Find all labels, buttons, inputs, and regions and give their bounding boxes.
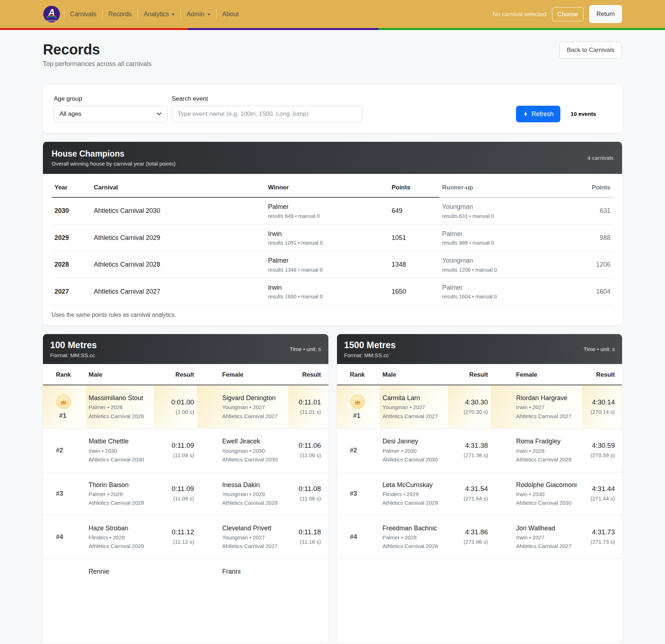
male-result-cell-seconds-text: (1.00 s) bbox=[176, 408, 194, 416]
rank-label: #2 bbox=[350, 447, 377, 454]
age-group-select[interactable]: All ages bbox=[54, 106, 167, 122]
runner-up-cell: Palmerresults 988 • manual 0 bbox=[439, 224, 563, 251]
female-cell-house-year: Irwin • 2028 bbox=[516, 447, 579, 455]
refresh-button[interactable]: Refresh bbox=[516, 106, 560, 122]
female-cell-house-year: Youngman • 2029 bbox=[222, 490, 285, 499]
nav-item-records[interactable]: Records bbox=[102, 9, 137, 19]
col-rank: Rank bbox=[337, 364, 380, 385]
female-cell-carnival: Ahtletics Carnival 2027 bbox=[516, 412, 579, 421]
house-champions-subtitle: Overall winning house by carnival year (… bbox=[52, 161, 176, 167]
runner-up-points: 988 bbox=[563, 224, 613, 251]
nav-item-admin[interactable]: Admin bbox=[180, 9, 216, 19]
year-cell: 2029 bbox=[52, 224, 91, 251]
male-cell-name: Mattie Chettle bbox=[89, 437, 152, 446]
female-result-cell-seconds-text: (271.44 s) bbox=[590, 495, 615, 503]
male-result-cell-seconds-text: (271.86 s) bbox=[464, 538, 488, 546]
winner-name: Palmer bbox=[268, 257, 386, 265]
male-result-cell-seconds: (11.09 s) bbox=[157, 451, 194, 459]
winner-name: Irwin bbox=[268, 230, 386, 238]
male-cell-carnival: Ahtletics Carnival 2030 bbox=[89, 456, 152, 464]
nav-item-about[interactable]: About bbox=[216, 9, 245, 19]
page-subtitle: Top performances across all carnivals bbox=[43, 60, 152, 68]
winner-points: 1051 bbox=[389, 224, 439, 251]
winner-cell: Irwinresults 1051 • manual 0 bbox=[265, 224, 389, 251]
col-result: Result bbox=[154, 364, 197, 385]
house-champions-header: House Champions Overall winning house by… bbox=[43, 142, 622, 174]
winner-points: 649 bbox=[389, 197, 439, 224]
male-result-cell-value: 0:11.12 bbox=[157, 528, 194, 536]
nav-item-label: Admin bbox=[187, 10, 205, 18]
refresh-button-label: Refresh bbox=[531, 110, 554, 118]
female-cell-name: Jori Wallhead bbox=[516, 523, 579, 533]
event-record-row: #1Massimiliano StoutPalmer • 2026Athleti… bbox=[43, 385, 328, 429]
rank-cell: #1 bbox=[337, 385, 380, 429]
event-card-header-text: 1500 MetresFormat: MM:SS.cc bbox=[344, 340, 396, 358]
rank-label: #3 bbox=[56, 490, 83, 498]
event-record-row: #3Thorin BaisonPalmer • 2028Athletics Ca… bbox=[43, 472, 328, 515]
male-cell: Carmita LarnYoungman • 2027Ahtletics Car… bbox=[380, 385, 448, 429]
brand-logo[interactable]: A AthletiTrack bbox=[43, 5, 60, 23]
house-row: 2030Ahtletics Carnival 2030Palmerresults… bbox=[52, 197, 613, 224]
caret-down-icon bbox=[172, 14, 175, 16]
rank-label: #1 bbox=[59, 412, 83, 420]
runner-up-meta: results 1604 • manual 0 bbox=[442, 294, 560, 299]
page-title: Records bbox=[43, 41, 152, 58]
runner-up-points: 631 bbox=[563, 197, 613, 224]
event-table-head-row: RankMaleResultFemaleResult bbox=[43, 364, 328, 385]
return-button[interactable]: Return bbox=[589, 5, 622, 23]
year-cell: 2027 bbox=[52, 278, 91, 305]
male-result-cell-value: 4:31.54 bbox=[451, 485, 488, 493]
winner-points: 1650 bbox=[389, 278, 439, 305]
female-result-cell-value: 4:30.59 bbox=[585, 442, 615, 450]
female-cell: Franni bbox=[197, 558, 288, 601]
col-result-2: Result bbox=[582, 364, 622, 385]
male-result-cell-seconds: (1.00 s) bbox=[157, 408, 194, 416]
age-group-label: Age group bbox=[54, 95, 167, 102]
rank-cell: #3 bbox=[337, 472, 380, 515]
male-cell-carnival: Athletics Carnival 2026 bbox=[89, 412, 152, 421]
col-winner-points: Points bbox=[389, 178, 439, 197]
nav-item-analytics[interactable]: Analytics bbox=[137, 9, 180, 19]
year-cell: 2030 bbox=[52, 197, 91, 224]
male-result-cell-seconds: (270.30 s) bbox=[451, 408, 488, 416]
rank-label: #4 bbox=[56, 533, 83, 541]
carnival-cell: Athletics Carnival 2028 bbox=[91, 251, 265, 279]
male-cell-house-year: Flinders • 2029 bbox=[382, 490, 445, 499]
male-cell-name: Thorin Baison bbox=[89, 480, 152, 490]
male-cell-name: Desi Janney bbox=[382, 437, 445, 446]
female-cell-house-year: Youngman • 2027 bbox=[222, 403, 285, 412]
male-cell-name: Freedman Bachnic bbox=[382, 523, 445, 533]
event-unit-badge: Time • unit: s bbox=[290, 346, 321, 352]
search-event-input[interactable] bbox=[172, 106, 362, 122]
event-card: 100 MetresFormat: MM:SS.ccTime • unit: s… bbox=[43, 334, 328, 644]
male-result-cell-seconds: (271.54 s) bbox=[451, 495, 488, 503]
col-male: Male bbox=[380, 364, 448, 385]
male-result-cell: 4:31.86(271.86 s) bbox=[448, 515, 491, 558]
nav-item-carnivals[interactable]: Carnivals bbox=[64, 9, 102, 19]
female-cell-carnival: Ahtletics Carnival 2027 bbox=[516, 542, 579, 551]
female-cell-name: Cleveland Privett bbox=[222, 523, 285, 533]
female-result-cell: 4:31.73(271.73 s) bbox=[582, 515, 622, 558]
male-cell: Haze StrobanFlinders • 2028Athletics Car… bbox=[86, 515, 154, 558]
winner-cell: Palmerresults 649 • manual 0 bbox=[265, 197, 389, 224]
male-cell-house-year: Flinders • 2028 bbox=[89, 534, 152, 542]
back-to-carnivals-button[interactable]: Back to Carnivals bbox=[559, 41, 622, 59]
male-result-cell-seconds-text: (271.54 s) bbox=[464, 495, 488, 503]
female-result-cell-seconds-text: (271.73 s) bbox=[590, 538, 615, 546]
crown-badge bbox=[56, 394, 71, 409]
event-table-head: RankMaleResultFemaleResult bbox=[337, 364, 622, 385]
col-carnival: Carnival bbox=[91, 178, 265, 197]
female-cell-carnival: Ahtletics Carnival 2030 bbox=[222, 456, 285, 464]
event-record-row: #4Freedman BachnicPalmer • 2028Athletics… bbox=[337, 515, 622, 558]
male-result-cell-value: 4:31.86 bbox=[451, 528, 488, 536]
runner-up-cell: Youngmanresults 1206 • manual 0 bbox=[439, 251, 563, 279]
male-cell-carnival: Ahtletics Carnival 2027 bbox=[382, 412, 445, 421]
runner-up-name: Palmer bbox=[442, 284, 560, 292]
rank-cell: #2 bbox=[43, 429, 86, 472]
female-result-cell-seconds: (271.73 s) bbox=[585, 538, 615, 546]
winner-cell: Palmerresults 1348 • manual 0 bbox=[265, 251, 389, 279]
rank-label: #1 bbox=[353, 412, 377, 420]
rank-cell bbox=[43, 558, 86, 601]
choose-carnival-button[interactable]: Choose bbox=[552, 7, 583, 21]
female-result-cell: 0:11.06(11.06 s) bbox=[288, 429, 328, 472]
